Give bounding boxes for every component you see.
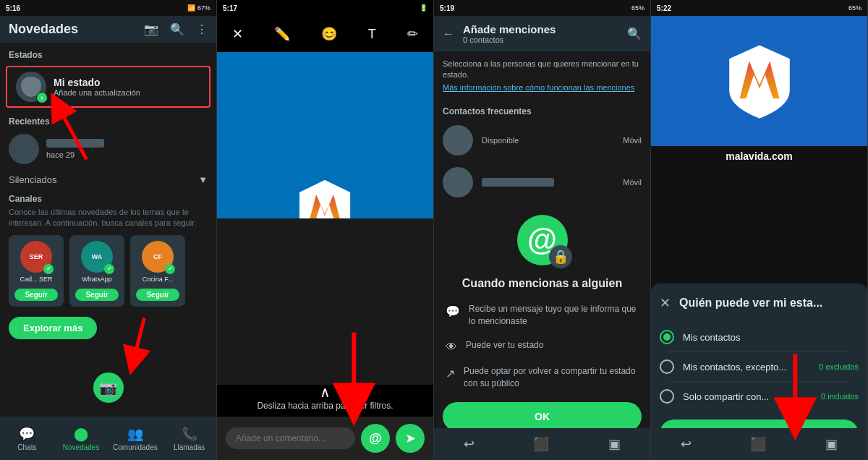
time-4: 5:22 xyxy=(657,4,671,12)
nav-novedades[interactable]: ⬤ Novedades xyxy=(54,423,109,454)
reciente-item[interactable]: hace 29 xyxy=(0,129,216,169)
camera-fab[interactable]: 📷 xyxy=(91,370,126,405)
feature-1: 💬 Recibe un mensaje tuyo que le informa … xyxy=(434,297,650,333)
canal-card-whatsapp[interactable]: WA ✓ WhatsApp Seguir xyxy=(69,235,124,307)
comment-input[interactable] xyxy=(226,427,355,449)
nav-llamadas[interactable]: 📞 Llamadas xyxy=(162,423,216,454)
header-icons: 📷 🔍 ⋮ xyxy=(144,22,208,36)
draw-icon[interactable]: ✏️ xyxy=(274,26,290,42)
canal-card-cocina[interactable]: CF ✓ Cocina F... Seguir xyxy=(130,235,185,307)
back-nav-icon-1[interactable]: ↩ xyxy=(464,436,475,452)
silenciados-label: Silenciados xyxy=(9,174,57,185)
option-label-2: Mis contactos, excepto... xyxy=(683,362,810,372)
recents-nav-icon-1[interactable]: ▣ xyxy=(608,436,621,452)
home-nav-icon-1[interactable]: ⬛ xyxy=(533,436,549,452)
battery-icon-2: 🔋 xyxy=(420,4,427,12)
nav-comunidades[interactable]: 👥 Comunidades xyxy=(109,423,163,454)
info-link[interactable]: Más información sobre cómo funcionan las… xyxy=(443,82,642,93)
seguir-btn-whatsapp[interactable]: Seguir xyxy=(75,289,119,301)
home-nav-icon-4[interactable]: ⬛ xyxy=(750,436,766,452)
screen-2: 5:17 🔋 ✕ ✏️ 😊 T ✏ xyxy=(217,0,434,460)
feature-2: 👁 Puede ver tu estado xyxy=(434,333,650,359)
contact-blur-name xyxy=(482,178,554,187)
filter-hint-text: Desliza hacia arriba para ver filtros. xyxy=(257,401,393,411)
canal-name-cocina: Cocina F... xyxy=(136,276,179,283)
contact-status-1: Disponible xyxy=(482,136,519,145)
option-mis-contactos[interactable]: Mis contactos xyxy=(660,323,859,352)
novedades-title: Novedades xyxy=(9,22,78,37)
send-btn[interactable]: ➤ xyxy=(396,424,425,453)
reciente-time: hace 29 xyxy=(46,150,104,159)
camera-icon[interactable]: 📷 xyxy=(144,22,158,36)
text-icon[interactable]: T xyxy=(368,27,376,42)
feature-text-2: Puede ver tu estado xyxy=(466,339,639,352)
contact-avatar-1 xyxy=(443,125,473,156)
crop-icon[interactable]: ✏ xyxy=(407,26,418,42)
signal-icon: 📶 xyxy=(187,4,195,12)
contact-type-1: Móvil xyxy=(623,136,642,145)
canales-section: Canales Conoce las últimas novedades de … xyxy=(0,191,216,310)
sticker-icon[interactable]: 😊 xyxy=(321,26,337,42)
radio-solo xyxy=(660,389,674,404)
contact-blur-info xyxy=(482,178,554,187)
option-label-1: Mis contactos xyxy=(683,332,859,343)
image-bottom-half xyxy=(217,218,433,385)
novedades-header: Novedades 📷 🔍 ⋮ xyxy=(0,16,216,43)
contact-blur-row[interactable]: Móvil xyxy=(434,161,650,203)
estados-label: Estados xyxy=(0,43,216,63)
canal-logo-ser: SER ✓ xyxy=(20,241,52,273)
back-icon[interactable]: ← xyxy=(443,27,454,41)
search-icon[interactable]: 🔍 xyxy=(170,22,184,36)
seguir-btn-ser[interactable]: Seguir xyxy=(14,289,58,301)
screen-3: 5:19 65% ← Añade menciones 0 contactos 🔍… xyxy=(434,0,651,460)
menciones-subtitle: 0 contactos xyxy=(463,35,618,44)
time-3: 5:19 xyxy=(440,4,454,12)
back-nav-icon-4[interactable]: ↩ xyxy=(681,436,692,452)
llamadas-icon: 📞 xyxy=(182,426,197,442)
mention-title: Cuando mencionas a alguien xyxy=(434,277,650,297)
option-count-3: 0 incluidos xyxy=(821,392,859,401)
svg-line-3 xyxy=(133,318,144,362)
silenciados-row[interactable]: Silenciados ▼ xyxy=(0,169,216,191)
time-1: 5:16 xyxy=(6,4,20,12)
contact-row-1[interactable]: Disponible Móvil xyxy=(434,119,650,161)
mi-estado-name: Mi estado xyxy=(54,77,140,88)
radio-excepto xyxy=(660,359,674,374)
mi-estado-item[interactable]: + Mi estado Añade una actualización xyxy=(6,66,210,108)
time-2: 5:17 xyxy=(223,4,237,12)
status-bar-1: 5:16 📶 67% xyxy=(0,0,216,16)
s4-image-area xyxy=(651,16,867,146)
ok-btn[interactable]: OK xyxy=(443,402,642,431)
search-icon-3[interactable]: 🔍 xyxy=(627,27,642,41)
mention-btn[interactable]: @ xyxy=(361,424,390,453)
close-editor-icon[interactable]: ✕ xyxy=(232,26,243,42)
recientes-label: Recientes xyxy=(0,111,216,129)
explorar-btn[interactable]: Explorar más xyxy=(9,317,97,339)
eye-icon: 👁 xyxy=(446,341,457,354)
editor-toolbar: ✕ ✏️ 😊 T ✏ xyxy=(217,16,433,52)
nav-chats[interactable]: 💬 Chats xyxy=(0,423,54,454)
option-excepto[interactable]: Mis contactos, excepto... 0 excluidos xyxy=(660,352,859,381)
seguir-btn-cocina[interactable]: Seguir xyxy=(136,289,179,301)
bottom-nav-1: 💬 Chats ⬤ Novedades 👥 Comunidades 📞 Llam… xyxy=(0,417,216,460)
chevron-up-icon: ∧ xyxy=(320,383,331,401)
modal-header: ✕ Quién puede ver mi esta... xyxy=(660,295,859,311)
add-status-badge: + xyxy=(36,92,48,103)
reciente-text: hace 29 xyxy=(46,139,104,159)
menciones-info: Selecciona a las personas que quieres me… xyxy=(434,51,650,101)
canal-name-ser: Cad... SER xyxy=(14,276,58,283)
feature-3: ↗ Puede optar por volver a compartir tu … xyxy=(434,359,650,396)
canal-check-whatsapp: ✓ xyxy=(104,264,114,274)
chats-icon: 💬 xyxy=(19,426,35,442)
chevron-down-icon: ▼ xyxy=(198,174,208,185)
close-modal-icon[interactable]: ✕ xyxy=(660,295,671,311)
recents-nav-icon-4[interactable]: ▣ xyxy=(825,436,838,452)
s3-nav-bottom: ↩ ⬛ ▣ xyxy=(434,428,650,460)
canal-card-ser[interactable]: SER ✓ Cad... SER Seguir xyxy=(9,235,64,307)
menu-icon[interactable]: ⋮ xyxy=(196,22,208,36)
battery-icon-4: 65% xyxy=(848,4,861,12)
canal-check-ser: ✓ xyxy=(43,264,54,274)
option-solo[interactable]: Solo compartir con... 0 incluidos xyxy=(660,382,859,411)
battery-icon: 67% xyxy=(197,4,210,12)
contact-info-1: Disponible xyxy=(482,136,519,145)
